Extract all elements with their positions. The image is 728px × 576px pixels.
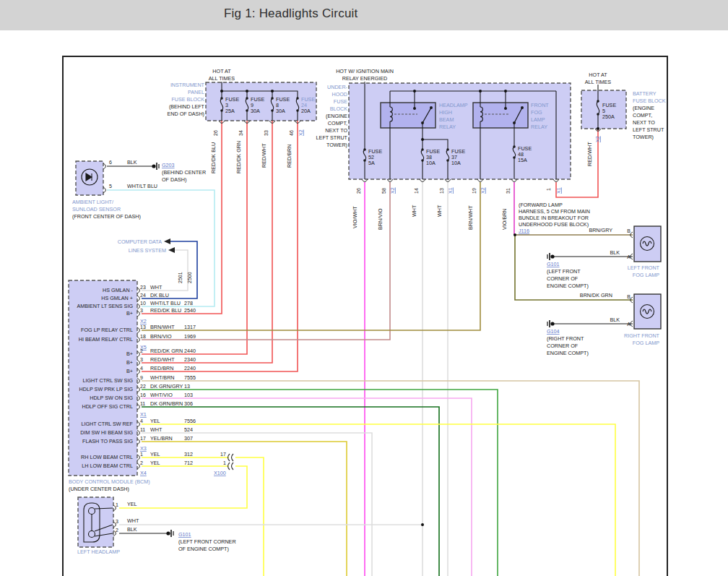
label: 3 [140,308,143,313]
label: FOG LAMP [633,272,659,278]
label: LEFT HEADLAMP [77,549,120,555]
junction-dot [220,90,223,93]
label: 1317 [184,324,196,330]
label: BLK [610,317,620,323]
label: 1 [140,452,143,457]
label: B+ [126,310,133,317]
label: SUNLOAD SENSOR [72,206,121,212]
left-headlamp [78,497,113,547]
label: COMPT, [328,120,347,126]
label: RED/BRN [286,145,292,168]
label: 712 [184,460,193,466]
label: (LEFT FRONT CORNER [178,538,236,545]
label: 3 [116,519,118,524]
label: 306 [184,400,193,407]
junction-dot [246,90,248,93]
data-line-arrow [164,238,170,244]
label: BRN/DK GRN [580,292,612,298]
label: B [627,294,630,299]
label: LIGHT CTRL SW REF [82,421,134,427]
relay-switch-contact [521,106,524,109]
label: PANEL [188,89,204,95]
label: RH LOW BEAM CTRL [81,454,133,460]
label: 1969 [184,333,196,340]
wire-brn-vio [142,182,390,340]
label: CORNER OF [547,275,578,282]
label: BLK [127,526,137,533]
label: ALL TIMES [585,79,612,85]
label: 6 [109,160,112,165]
label: 250A [602,113,615,120]
label: 3 [140,357,143,362]
label: 15A [518,157,527,163]
label: X100 [214,470,226,476]
label: 2 [140,460,143,465]
relay-switch-contact [421,121,424,124]
label: 2240 [184,365,196,371]
junction-dot [413,90,416,93]
label: FRONT [531,102,549,108]
label: RED/BRN [150,365,173,371]
label: 10A [451,160,461,166]
label: WHT [150,426,162,433]
label: 7555 [184,374,196,381]
label: HOT W/ IGNITION MAIN [336,68,394,74]
label: 14 [414,188,419,194]
label: 19 [472,188,477,194]
label: (LEFT FRONT [547,268,581,275]
label: 103 [184,392,193,398]
label: X2 [480,187,485,194]
label: 46 [289,130,294,136]
label: B+ [126,368,133,374]
label: FUSE [334,98,347,105]
label: 1 [223,460,226,465]
label: CORNER OF [547,343,578,349]
splice-dot [550,322,554,325]
label: 16 [140,392,146,397]
junction-dot [479,90,482,93]
label: HS GMLAN - [103,287,134,293]
label: UNDERHOOD FUSE BLOCK) [519,221,589,228]
connector-arc [232,454,234,461]
label: HS GMLAN + [101,295,133,301]
label: AMBIENT LT SENS SIG [77,303,134,309]
label: 25A [225,108,235,114]
label: FOG [531,109,542,116]
label: RED/DK GRN [150,348,183,354]
label: 11 [140,427,145,432]
label: 2501 [178,272,183,283]
label: 10A [426,160,436,166]
junction-dot [597,127,599,130]
relay-switch-contact [430,106,433,109]
label: X1 [448,187,453,194]
label: 34 [238,130,243,136]
label: 4 [140,418,143,424]
label: UNDER- [327,84,348,90]
label: BUNDLE IN BREAKOUT FOR [519,215,589,221]
label: INSTRUMENT [170,82,205,88]
label: X1 [556,187,561,194]
label: TOWER) [633,134,654,140]
label: DK BLU [150,292,169,298]
label: WHT [411,205,417,217]
label: LIGHT CTRL SW SIG [83,377,134,384]
label: A [627,254,630,259]
relay-switch-contact [504,107,507,110]
label: 9 [140,375,143,380]
label: RED/DK BLU [150,307,181,314]
label: VIO/WHT [352,206,358,228]
label: BRN/WHT [150,324,175,330]
label: 22 [140,384,146,389]
label: WHT/VIO [150,392,173,398]
label: TOWER) [326,142,347,148]
label: BRN/GRY [589,227,612,233]
label: X4 [140,470,147,476]
fuse-terminal [220,109,223,112]
label: COMPUTER DATA [118,238,162,245]
label: 278 [184,300,193,306]
splice-dot [550,254,554,258]
connector-arc [232,463,234,470]
label: RELAY ENERGIED [342,75,387,82]
label: HIGH [439,109,452,116]
label: RED/DK GRN [235,141,242,173]
